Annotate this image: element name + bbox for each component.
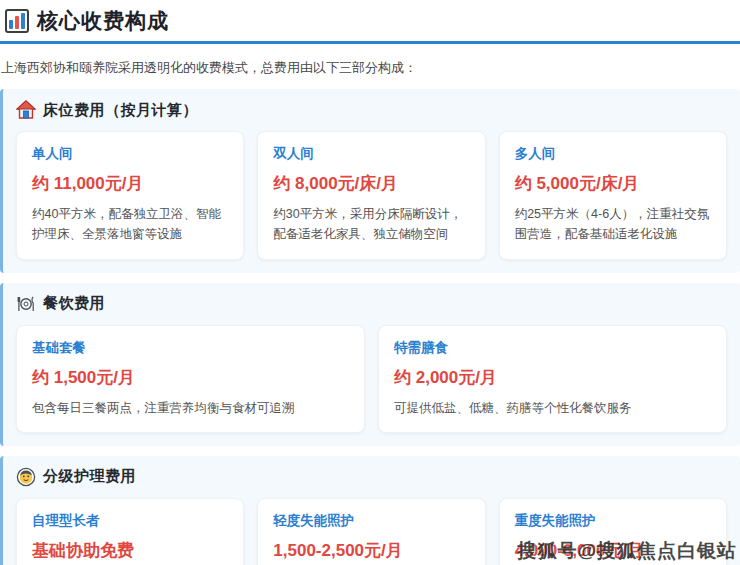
page-header: 核心收费构成 <box>0 0 740 35</box>
card-mild-disability: 轻度失能照护 1,500-2,500元/月 涵盖康复训练指导、日常生活协助、心理… <box>257 498 485 565</box>
card-title: 特需膳食 <box>394 339 711 357</box>
card-title: 重度失能照护 <box>515 512 711 530</box>
section-bed-fees: 床位费用（按月计算） 单人间 约 11,000元/月 约40平方米，配备独立卫浴… <box>0 89 740 273</box>
section-title: 分级护理费用 <box>43 467 136 486</box>
section-title: 餐饮费用 <box>43 294 105 313</box>
card-self-care: 自理型长者 基础协助免费 包含健康监测、用药提醒、日常活动支持等基础协助服务 <box>16 498 244 565</box>
caregiver-icon <box>16 467 36 487</box>
card-price: 4,000-6,000元/月 <box>515 539 711 562</box>
card-desc: 约40平方米，配备独立卫浴、智能护理床、全景落地窗等设施 <box>32 204 228 245</box>
card-row: 单人间 约 11,000元/月 约40平方米，配备独立卫浴、智能护理床、全景落地… <box>16 131 727 260</box>
card-price: 约 11,000元/月 <box>32 172 228 195</box>
card-price: 1,500-2,500元/月 <box>273 539 469 562</box>
section-header: 床位费用（按月计算） <box>16 100 727 120</box>
card-price: 约 1,500元/月 <box>32 366 349 389</box>
card-title: 自理型长者 <box>32 512 228 530</box>
card-basic-meal: 基础套餐 约 1,500元/月 包含每日三餐两点，注重营养均衡与食材可追溯 <box>16 325 365 433</box>
card-desc: 包含每日三餐两点，注重营养均衡与食材可追溯 <box>32 398 349 418</box>
card-row: 基础套餐 约 1,500元/月 包含每日三餐两点，注重营养均衡与食材可追溯 特需… <box>16 325 727 433</box>
card-severe-disability: 重度失能照护 4,000-6,000元/月 提供24小时专人陪护、专业护理等全方… <box>499 498 727 565</box>
card-desc: 可提供低盐、低糖、药膳等个性化餐饮服务 <box>394 398 711 418</box>
card-single-room: 单人间 约 11,000元/月 约40平方米，配备独立卫浴、智能护理床、全景落地… <box>16 131 244 260</box>
card-price: 约 2,000元/月 <box>394 366 711 389</box>
card-price: 约 5,000元/床/月 <box>515 172 711 195</box>
card-row: 自理型长者 基础协助免费 包含健康监测、用药提醒、日常活动支持等基础协助服务 轻… <box>16 498 727 565</box>
dining-icon <box>16 294 36 314</box>
section-dining-fees: 餐饮费用 基础套餐 约 1,500元/月 包含每日三餐两点，注重营养均衡与食材可… <box>0 283 740 446</box>
card-title: 轻度失能照护 <box>273 512 469 530</box>
section-nursing-fees: 分级护理费用 自理型长者 基础协助免费 包含健康监测、用药提醒、日常活动支持等基… <box>0 456 740 565</box>
card-multi-room: 多人间 约 5,000元/床/月 约25平方米（4-6人），注重社交氛围营造，配… <box>499 131 727 260</box>
title-underline <box>0 41 740 44</box>
bar-chart-icon <box>5 9 29 33</box>
intro-text: 上海西郊协和颐养院采用透明化的收费模式，总费用由以下三部分构成： <box>1 59 740 77</box>
card-double-room: 双人间 约 8,000元/床/月 约30平方米，采用分床隔断设计，配备适老化家具… <box>257 131 485 260</box>
card-title: 双人间 <box>273 145 469 163</box>
card-desc: 约25平方米（4-6人），注重社交氛围营造，配备基础适老化设施 <box>515 204 711 245</box>
section-title: 床位费用（按月计算） <box>43 101 198 120</box>
page-title: 核心收费构成 <box>37 7 169 35</box>
card-price: 约 8,000元/床/月 <box>273 172 469 195</box>
house-icon <box>16 100 36 120</box>
card-desc: 约30平方米，采用分床隔断设计，配备适老化家具、独立储物空间 <box>273 204 469 245</box>
section-header: 分级护理费用 <box>16 467 727 487</box>
card-title: 基础套餐 <box>32 339 349 357</box>
card-title: 单人间 <box>32 145 228 163</box>
card-special-meal: 特需膳食 约 2,000元/月 可提供低盐、低糖、药膳等个性化餐饮服务 <box>378 325 727 433</box>
card-title: 多人间 <box>515 145 711 163</box>
section-header: 餐饮费用 <box>16 294 727 314</box>
card-price: 基础协助免费 <box>32 539 228 562</box>
